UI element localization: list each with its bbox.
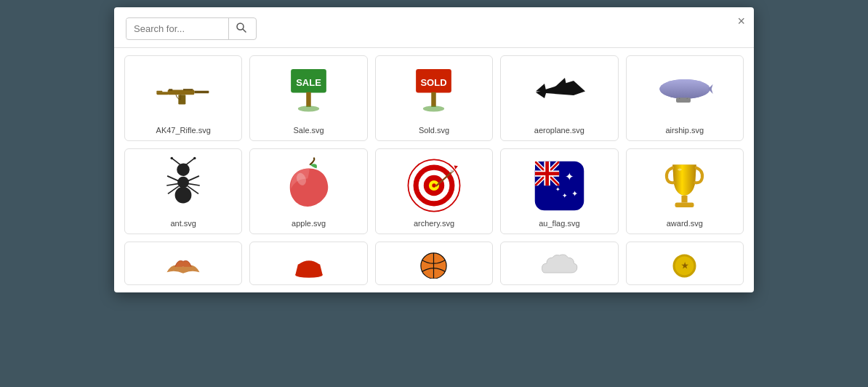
icon-item-partial-2[interactable]	[249, 242, 367, 285]
icon-picker-modal: ×	[114, 7, 754, 292]
icon-preview-award	[656, 156, 714, 215]
ak47-svg	[154, 73, 212, 113]
partial-icon-2	[287, 250, 331, 279]
archery-svg	[405, 156, 463, 215]
modal-body[interactable]: AK47_Rifle.svg SALE	[114, 48, 754, 292]
svg-marker-44	[454, 165, 458, 169]
icon-label-sale: Sale.svg	[293, 126, 324, 135]
icon-grid: AK47_Rifle.svg SALE	[124, 55, 744, 234]
search-box[interactable]	[126, 17, 257, 40]
svg-text:✦: ✦	[555, 186, 560, 193]
icon-preview-aeroplane	[530, 63, 588, 121]
svg-text:★: ★	[681, 261, 689, 270]
sale-svg: SALE	[285, 65, 332, 120]
svg-line-1	[243, 29, 246, 32]
icon-label-airship: airship.svg	[666, 126, 704, 135]
svg-rect-8	[183, 89, 193, 90]
ant-svg	[158, 156, 209, 215]
svg-text:✦: ✦	[565, 170, 574, 183]
svg-line-30	[166, 183, 179, 185]
svg-line-33	[188, 183, 200, 185]
icon-preview-au-flag: ✦ ✦ ✦ ✦	[530, 156, 588, 215]
modal-overlay: ×	[0, 0, 868, 387]
icon-item-sale[interactable]: SALE Sale.svg	[249, 55, 367, 141]
icon-preview-sold: SOLD	[405, 63, 463, 121]
icon-item-archery[interactable]: archery.svg	[375, 148, 493, 234]
icon-label-aeroplane: aeroplane.svg	[534, 126, 584, 135]
partial-icon-row: ★	[124, 242, 744, 285]
icon-label-apple: apple.svg	[292, 219, 326, 228]
icon-item-aeroplane[interactable]: aeroplane.svg	[500, 55, 618, 141]
svg-rect-61	[675, 203, 694, 208]
svg-point-41	[432, 183, 435, 187]
svg-line-26	[187, 158, 195, 164]
sold-svg: SOLD	[410, 65, 457, 120]
search-icon	[236, 23, 246, 33]
icon-item-ak47[interactable]: AK47_Rifle.svg	[124, 55, 242, 141]
search-button[interactable]	[228, 18, 254, 39]
svg-point-16	[423, 105, 444, 111]
svg-rect-5	[195, 90, 209, 92]
icon-item-apple[interactable]: apple.svg	[249, 148, 367, 234]
au-flag-svg: ✦ ✦ ✦ ✦	[532, 159, 587, 213]
airship-svg	[656, 71, 714, 114]
icon-item-partial-5[interactable]: ★	[626, 242, 744, 285]
aeroplane-svg	[530, 67, 588, 118]
search-input[interactable]	[126, 19, 228, 39]
svg-line-32	[188, 176, 199, 181]
svg-point-28	[193, 157, 196, 160]
partial-icon-1	[161, 250, 205, 279]
icon-label-ant: ant.svg	[170, 219, 196, 228]
modal-header: ×	[114, 7, 754, 48]
icon-item-airship[interactable]: airship.svg	[626, 55, 744, 141]
icon-preview-sale: SALE	[280, 63, 338, 121]
icon-item-au-flag[interactable]: ✦ ✦ ✦ ✦ au_flag.svg	[500, 148, 618, 234]
icon-preview-ak47	[154, 63, 212, 121]
icon-preview-archery	[405, 156, 463, 215]
svg-point-27	[171, 157, 174, 160]
svg-rect-7	[169, 89, 172, 91]
svg-rect-15	[432, 92, 437, 106]
svg-line-29	[167, 176, 179, 181]
partial-icon-3	[410, 250, 457, 279]
icon-item-partial-1[interactable]	[124, 242, 242, 285]
svg-point-18	[659, 79, 710, 99]
icon-label-sold: Sold.svg	[419, 126, 449, 135]
partial-icon-4	[536, 250, 583, 279]
svg-point-22	[177, 163, 190, 176]
icon-label-ak47: AK47_Rifle.svg	[156, 126, 211, 135]
close-button[interactable]: ×	[737, 15, 745, 28]
svg-point-12	[298, 105, 319, 111]
icon-label-au-flag: au_flag.svg	[539, 219, 579, 228]
svg-text:SALE: SALE	[296, 76, 321, 87]
icon-preview-ant	[154, 156, 212, 215]
svg-rect-11	[306, 92, 311, 106]
svg-line-25	[172, 158, 180, 164]
svg-text:✦: ✦	[571, 188, 578, 197]
icon-item-sold[interactable]: SOLD Sold.svg	[375, 55, 493, 141]
apple-svg	[284, 156, 334, 215]
icon-item-ant[interactable]: ant.svg	[124, 148, 242, 234]
svg-point-24	[175, 187, 192, 204]
icon-item-award[interactable]: award.svg	[626, 148, 744, 234]
icon-label-award: award.svg	[667, 219, 703, 228]
svg-point-62	[295, 272, 323, 278]
partial-icon-5: ★	[661, 250, 708, 279]
icon-preview-apple	[280, 156, 338, 215]
svg-point-23	[177, 177, 189, 188]
award-svg	[661, 156, 708, 215]
svg-text:SOLD: SOLD	[421, 76, 447, 87]
icon-label-archery: archery.svg	[414, 219, 454, 228]
icon-item-partial-4[interactable]	[500, 242, 618, 285]
svg-rect-3	[157, 90, 163, 92]
icon-item-partial-3[interactable]	[375, 242, 493, 285]
svg-rect-19	[676, 97, 691, 103]
icon-preview-airship	[656, 63, 714, 121]
svg-rect-60	[682, 196, 688, 203]
svg-text:✦: ✦	[562, 192, 568, 199]
